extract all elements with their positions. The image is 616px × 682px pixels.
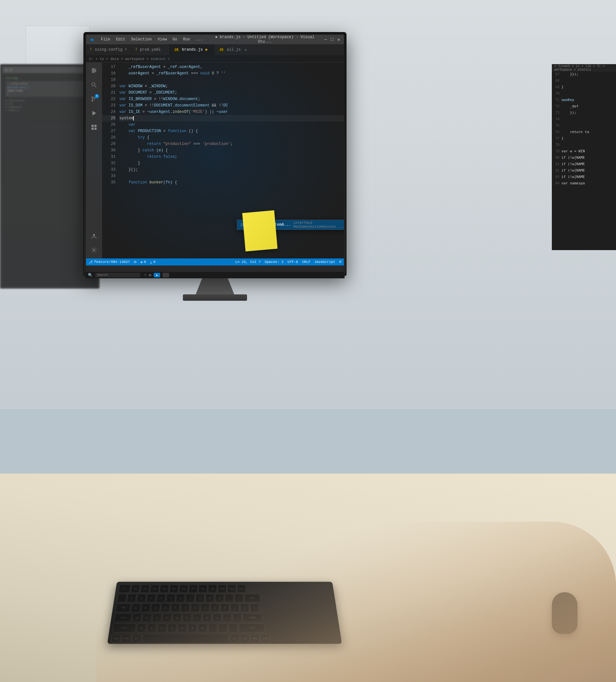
key-p[interactable]: P: [220, 604, 229, 612]
key-minus[interactable]: -: [225, 594, 234, 602]
key-l[interactable]: L: [213, 613, 222, 622]
tab-close-icon[interactable]: ✕: [244, 47, 247, 52]
close-button[interactable]: ✕: [337, 37, 340, 42]
key-f3[interactable]: F3: [150, 585, 159, 593]
key-f11[interactable]: F11: [227, 585, 236, 593]
key-g[interactable]: G: [172, 613, 182, 622]
taskbar-search[interactable]: Search: [95, 273, 140, 277]
key-enter[interactable]: ENTER: [243, 613, 262, 622]
key-caps[interactable]: CAPS: [114, 613, 132, 622]
maximize-button[interactable]: □: [331, 37, 333, 42]
menu-go[interactable]: Go: [170, 37, 180, 42]
key-d[interactable]: D: [152, 613, 162, 622]
key-q[interactable]: Q: [131, 604, 141, 612]
taskbar-task-view[interactable]: ○: [144, 273, 146, 277]
status-errors[interactable]: ⊗ 0: [140, 260, 146, 264]
menu-file[interactable]: File: [98, 37, 113, 42]
settings-icon[interactable]: [88, 244, 100, 256]
tab-ssing-config[interactable]: ! ssing-config •: [86, 44, 131, 55]
key-f2[interactable]: F2: [140, 585, 150, 593]
key-w[interactable]: W: [141, 604, 151, 612]
key-space[interactable]: [142, 634, 229, 643]
key-f7[interactable]: F7: [189, 585, 198, 593]
status-line-ending[interactable]: CRLF: [302, 260, 310, 264]
key-6[interactable]: 6: [176, 594, 185, 602]
search-icon[interactable]: [88, 79, 100, 91]
key-f12[interactable]: F12: [237, 585, 246, 593]
key-semicolon[interactable]: ;: [223, 613, 232, 622]
taskbar-app[interactable]: [163, 273, 169, 277]
mouse[interactable]: [552, 592, 577, 634]
tab-prod-yaml[interactable]: ! prod.yaml: [131, 44, 170, 55]
status-language[interactable]: JavaScript: [314, 260, 335, 264]
tab-brands-js[interactable]: JS brands.js: [170, 44, 215, 55]
key-lbracket[interactable]: [: [230, 604, 239, 612]
menu-view[interactable]: View: [155, 37, 169, 42]
status-branch[interactable]: ⎇ feature/ORX-13027: [89, 260, 130, 264]
key-backspace[interactable]: BKSP: [244, 594, 260, 602]
key-k[interactable]: K: [202, 613, 212, 622]
key-period[interactable]: .: [218, 623, 227, 632]
key-c[interactable]: C: [157, 623, 167, 632]
menu-bar[interactable]: File Edit Selection View Go Run ...: [98, 37, 205, 42]
key-m[interactable]: M: [198, 623, 207, 632]
key-ctrl[interactable]: CTRL: [111, 634, 121, 643]
key-backtick[interactable]: `: [117, 594, 127, 602]
key-9[interactable]: 9: [205, 594, 214, 602]
window-controls[interactable]: — □ ✕: [324, 37, 340, 42]
key-f[interactable]: F: [162, 613, 172, 622]
taskbar-vscode[interactable]: ▶: [154, 273, 160, 277]
key-f9[interactable]: F9: [208, 585, 217, 593]
key-5[interactable]: 5: [166, 594, 175, 602]
key-o[interactable]: O: [211, 604, 219, 612]
key-alt[interactable]: ALT: [132, 634, 142, 643]
key-v[interactable]: V: [167, 623, 177, 632]
status-spaces[interactable]: Spaces: 2: [265, 260, 284, 264]
key-i[interactable]: I: [200, 604, 210, 612]
minimize-button[interactable]: —: [324, 37, 327, 42]
key-4[interactable]: 4: [156, 594, 166, 602]
key-win[interactable]: WIN: [121, 634, 132, 643]
key-e[interactable]: E: [151, 604, 160, 612]
key-j[interactable]: J: [193, 613, 202, 622]
key-a[interactable]: A: [132, 613, 142, 622]
status-encoding[interactable]: UTF-8: [287, 260, 298, 264]
key-s[interactable]: S: [142, 613, 152, 622]
key-menu[interactable]: MENU: [250, 634, 260, 643]
key-f10[interactable]: F10: [218, 585, 226, 593]
menu-selection[interactable]: Selection: [128, 37, 154, 42]
status-icon[interactable]: R: [339, 260, 342, 264]
key-t[interactable]: T: [171, 604, 180, 612]
key-lshift[interactable]: SHIFT: [112, 623, 136, 632]
extensions-icon[interactable]: [88, 121, 100, 133]
key-f5[interactable]: F5: [169, 585, 179, 593]
key-n[interactable]: N: [188, 623, 197, 632]
status-position[interactable]: Ln 25, Col 7: [235, 260, 261, 264]
key-x[interactable]: X: [147, 623, 157, 632]
key-rshift[interactable]: SHIFT: [239, 623, 265, 632]
key-0[interactable]: 0: [215, 594, 224, 602]
status-sync[interactable]: ⟳: [134, 260, 137, 264]
key-7[interactable]: 7: [186, 594, 195, 602]
key-slash[interactable]: /: [228, 623, 238, 632]
key-rwin[interactable]: WIN: [240, 634, 249, 643]
menu-run[interactable]: Run: [181, 37, 193, 42]
run-icon[interactable]: [88, 108, 100, 119]
key-f1[interactable]: F1: [131, 585, 140, 593]
tab-all-js[interactable]: JS all.js ✕: [215, 44, 251, 55]
key-f4[interactable]: F4: [159, 585, 169, 593]
key-r[interactable]: R: [161, 604, 170, 612]
status-warnings[interactable]: △ 0: [150, 260, 155, 264]
source-control-icon[interactable]: 8: [88, 93, 100, 105]
key-quote[interactable]: ': [233, 613, 242, 622]
key-2[interactable]: 2: [137, 594, 147, 602]
key-1[interactable]: 1: [127, 594, 137, 602]
key-h[interactable]: H: [182, 613, 192, 622]
key-y[interactable]: Y: [181, 604, 190, 612]
key-comma[interactable]: ,: [208, 623, 218, 632]
menu-more[interactable]: ...: [193, 37, 205, 42]
key-tab[interactable]: TAB: [115, 604, 131, 612]
files-icon[interactable]: [88, 65, 100, 77]
key-f8[interactable]: F8: [198, 585, 207, 593]
menu-edit[interactable]: Edit: [114, 37, 128, 42]
